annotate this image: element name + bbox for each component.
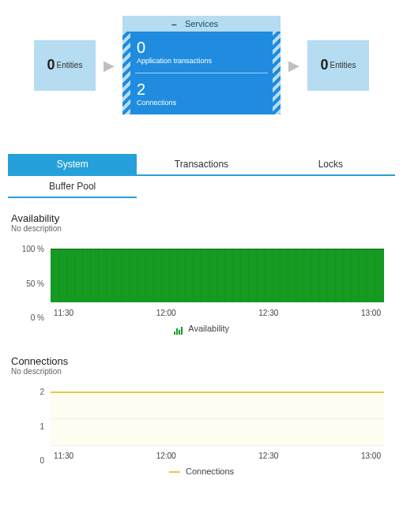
metric-value: 2 xyxy=(137,81,266,97)
metric-value: 0 xyxy=(137,39,266,55)
arrow-right-icon: ▶ xyxy=(287,57,301,74)
x-tick: 12:00 xyxy=(156,451,176,460)
availability-plot-area xyxy=(51,249,384,302)
arrow-right-icon: ▶ xyxy=(102,57,116,74)
gridline xyxy=(51,445,384,446)
x-tick: 12:30 xyxy=(258,309,278,317)
x-tick: 13:00 xyxy=(361,309,381,317)
availability-chart[interactable]: 100 % 50 % 0 % 11:30 12:00 12:30 13:00 xyxy=(51,249,384,317)
tab-system[interactable]: System xyxy=(8,154,137,176)
section-title: Connections xyxy=(11,355,392,367)
tab-locks[interactable]: Locks xyxy=(266,154,395,176)
topology-flow: 0 Entities ▶ – Services 0 Application tr… xyxy=(0,0,403,138)
x-tick: 11:30 xyxy=(54,309,73,317)
x-axis: 11:30 12:00 12:30 13:00 xyxy=(51,309,384,317)
connections-legend: Connections xyxy=(11,466,392,476)
line-icon xyxy=(169,468,180,476)
section-desc: No description xyxy=(11,224,392,233)
metric-label: Connections xyxy=(137,99,266,107)
y-tick: 0 % xyxy=(31,313,44,322)
services-title: Services xyxy=(185,19,218,28)
collapse-icon[interactable]: – xyxy=(171,19,177,30)
availability-legend: Availability xyxy=(11,324,392,333)
upstream-entities-box[interactable]: 0 Entities xyxy=(34,40,96,91)
y-tick: 50 % xyxy=(26,279,44,287)
metric-app-transactions[interactable]: 0 Application transactions xyxy=(122,32,281,73)
metric-label: Application transactions xyxy=(137,57,266,65)
y-axis: 2 1 0 xyxy=(11,392,47,460)
services-box[interactable]: – Services 0 Application transactions 2 … xyxy=(122,16,281,114)
secondary-tabs: Buffer Pool xyxy=(8,176,395,198)
y-tick: 0 xyxy=(40,456,44,465)
x-tick: 12:30 xyxy=(258,451,278,460)
downstream-count: 0 xyxy=(321,57,329,73)
legend-label: Availability xyxy=(188,324,229,333)
metric-connections[interactable]: 2 Connections xyxy=(122,73,281,114)
x-tick: 12:00 xyxy=(156,309,176,317)
x-axis: 11:30 12:00 12:30 13:00 xyxy=(51,451,384,460)
connections-section: Connections No description 2 1 0 11:30 1… xyxy=(11,355,392,476)
connections-series-line xyxy=(51,392,384,393)
services-header: – Services xyxy=(122,16,281,32)
services-body: 0 Application transactions 2 Connections xyxy=(122,32,281,114)
availability-section: Availability No description 100 % 50 % 0… xyxy=(11,212,392,333)
section-desc: No description xyxy=(11,367,392,376)
gridline xyxy=(51,418,384,419)
y-tick: 2 xyxy=(40,388,44,396)
y-axis: 100 % 50 % 0 % xyxy=(11,249,47,317)
section-title: Availability xyxy=(11,212,392,224)
connections-chart[interactable]: 2 1 0 11:30 12:00 12:30 13:00 xyxy=(51,392,384,460)
y-tick: 1 xyxy=(40,421,44,430)
bars-icon xyxy=(174,325,183,333)
upstream-count: 0 xyxy=(47,57,55,73)
tab-buffer-pool[interactable]: Buffer Pool xyxy=(8,176,137,198)
x-tick: 11:30 xyxy=(54,451,73,460)
downstream-entities-box[interactable]: 0 Entities xyxy=(307,40,369,91)
connections-plot-area xyxy=(51,392,384,445)
tab-transactions[interactable]: Transactions xyxy=(137,154,266,176)
x-tick: 13:00 xyxy=(361,451,381,460)
downstream-label: Entities xyxy=(330,61,356,69)
legend-label: Connections xyxy=(186,466,234,476)
upstream-label: Entities xyxy=(57,61,83,69)
y-tick: 100 % xyxy=(22,245,44,253)
primary-tabs: System Transactions Locks xyxy=(8,154,395,176)
